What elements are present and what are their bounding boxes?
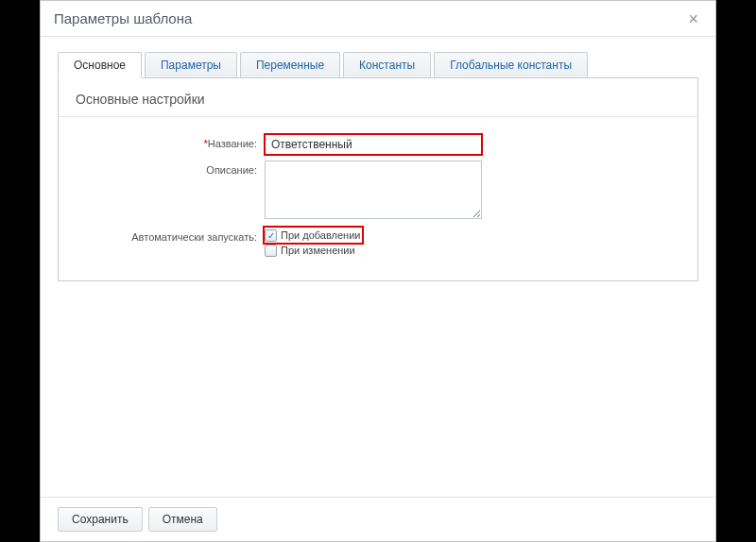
tab-global-constants[interactable]: Глобальные константы <box>434 52 588 78</box>
tabs-row: Основное Параметры Переменные Константы … <box>41 37 715 78</box>
label-name-text: Название: <box>208 138 257 149</box>
dialog-template-params: Параметры шаблона × Основное Параметры П… <box>40 0 716 542</box>
row-description: Описание: <box>76 161 680 222</box>
tab-parameters[interactable]: Параметры <box>145 52 237 78</box>
titlebar: Параметры шаблона × <box>41 1 715 37</box>
row-autorun: Автоматически запускать: ✓ При добавлени… <box>76 228 680 258</box>
save-button[interactable]: Сохранить <box>58 507 143 532</box>
tab-constants[interactable]: Константы <box>343 52 431 78</box>
description-textarea[interactable] <box>265 161 482 219</box>
checkbox-on-add[interactable]: ✓ <box>265 229 277 242</box>
close-icon[interactable]: × <box>684 8 702 29</box>
panel-main: Основные настройки *Название: Описание: <box>58 77 698 281</box>
checkbox-on-change-line[interactable]: При изменении <box>265 243 362 258</box>
checkbox-on-change[interactable] <box>265 245 277 257</box>
tab-variables[interactable]: Переменные <box>240 52 340 78</box>
row-name: *Название: <box>76 134 680 155</box>
content-area: Основное Параметры Переменные Константы … <box>41 37 715 497</box>
checkbox-on-change-label: При изменении <box>281 245 355 256</box>
tab-main[interactable]: Основное <box>58 52 142 78</box>
control-autorun: ✓ При добавлении При изменении <box>265 228 362 258</box>
form-body: *Название: Описание: Автоматически запус… <box>59 116 697 258</box>
control-name <box>265 134 482 155</box>
label-description: Описание: <box>76 161 265 222</box>
checkbox-on-add-line[interactable]: ✓ При добавлении <box>265 228 362 243</box>
control-description <box>265 161 482 222</box>
checkbox-on-add-label: При добавлении <box>281 229 360 241</box>
name-input[interactable] <box>265 134 482 155</box>
dialog-title: Параметры шаблона <box>54 10 192 26</box>
cancel-button[interactable]: Отмена <box>148 507 217 532</box>
label-autorun: Автоматически запускать: <box>76 228 265 258</box>
section-title: Основные настройки <box>76 92 680 107</box>
label-name: *Название: <box>76 134 265 155</box>
dialog-footer: Сохранить Отмена <box>41 497 715 541</box>
